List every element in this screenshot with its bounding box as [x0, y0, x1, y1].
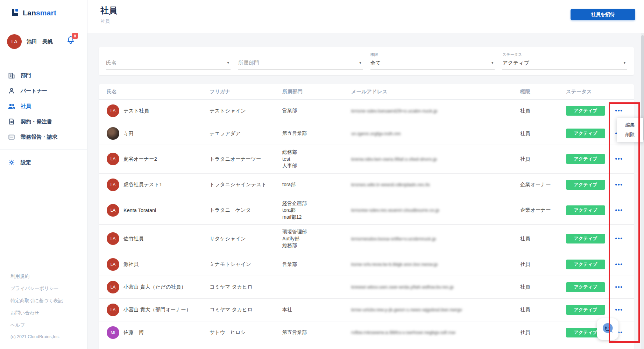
employee-name: 佐藤 博: [123, 329, 144, 336]
table-body: LA テスト社員 テストシャイン 営業部 krnsne-sdev.loesaer…: [99, 100, 634, 344]
employee-departments: [282, 283, 351, 291]
column-header-permission: 権限: [520, 88, 566, 95]
user-row: LA 池田 美帆 8: [0, 34, 87, 50]
row-avatar: MI: [107, 326, 119, 339]
employee-furigana: トラタニシャインテスト: [210, 181, 282, 188]
table-row: MI 佐藤 博 サトウ ヒロシ 第五営業部 rvfbw.rnkswwrw.a.9…: [99, 321, 634, 344]
row-avatar: LA: [107, 258, 119, 271]
row-avatar: LA: [107, 104, 119, 117]
employee-permission: 社員: [520, 108, 566, 114]
employee-permission: 社員: [520, 284, 566, 290]
building-icon: [8, 72, 15, 79]
table-row: LA Kenta Toratani トラタニ ケンタ 経営企画部 tora部 m…: [99, 196, 634, 225]
sidebar: Lansmart LA 池田 美帆 8 部門: [0, 0, 87, 349]
sidebar-item-departments[interactable]: 部門: [0, 68, 87, 83]
status-badge: アクティブ: [566, 260, 605, 269]
employee-departments: 営業部: [282, 103, 351, 118]
status-filter-label: ステータス: [502, 52, 522, 57]
row-avatar: LA: [107, 304, 119, 316]
footer-link-help[interactable]: ヘルプ: [10, 322, 63, 328]
department-filter-select[interactable]: 所属部門 ▼: [238, 47, 363, 75]
department-filter-placeholder: 所属部門: [238, 60, 363, 66]
notification-badge: 8: [72, 33, 78, 39]
sidebar-item-partners[interactable]: パートナー: [0, 83, 87, 99]
app-logo-text: Lansmart: [23, 9, 56, 17]
footer-link-legal[interactable]: 特定商取引に基づく表記: [10, 298, 63, 304]
employee-email-redacted: krnw-urlcbv.rew.y-jb.gwsrr.s.rwws-wjgsbs…: [351, 307, 520, 312]
column-header-email: メールアドレス: [351, 88, 520, 95]
employee-departments: 環境管理部 Autify部 総務部: [282, 225, 351, 253]
permission-filter-select[interactable]: 権限 全て ▼: [370, 47, 495, 75]
employee-departments: tora部: [282, 177, 351, 192]
table-row: LA 小宮山 貴大（部門オーナー） コミヤマ タカヒロ 本社 krnw-urlc…: [99, 299, 634, 321]
row-avatar: LA: [107, 179, 119, 191]
scrollbar[interactable]: [641, 33, 644, 349]
footer-link-terms[interactable]: 利用規約: [10, 273, 63, 279]
employee-email-redacted: krenw.sibv.lwn-owra.99af.o.sfwd-dnvro.jp: [351, 157, 520, 162]
row-avatar: LA: [107, 232, 119, 245]
row-actions-menu-button[interactable]: •••: [612, 181, 626, 188]
row-actions-menu-button[interactable]: •••: [612, 261, 626, 268]
row-actions-menu-button[interactable]: •••: [612, 155, 626, 162]
gear-icon: [8, 159, 15, 166]
employee-departments: 本社: [282, 303, 351, 317]
chevron-down-icon: ▼: [491, 61, 494, 65]
employee-furigana: コミヤマ タカヒロ: [210, 306, 282, 313]
table-row: LA 虎谷社員テスト1 トラタニシャインテスト tora部 krsnws.wlk…: [99, 174, 634, 196]
content-area: 氏名 ▼ 所属部門 ▼ 権限 全て ▼ ステータス アクティブ ▼: [87, 33, 644, 349]
context-menu-edit[interactable]: 編集: [617, 120, 643, 130]
sidebar-item-label: パートナー: [21, 88, 47, 94]
sidebar-footer: 利用規約 プライバシーポリシー 特定商取引に基づく表記 お問い合わせ ヘルプ (…: [10, 273, 63, 339]
breadcrumb[interactable]: 社員: [101, 18, 110, 24]
row-actions-menu-button[interactable]: •••: [612, 284, 626, 291]
sidebar-item-contracts[interactable]: 契約・発注書: [0, 114, 87, 129]
sidebar-item-employees[interactable]: 社員: [0, 99, 87, 114]
employee-permission: 社員: [520, 329, 566, 336]
row-avatar: LA: [107, 153, 119, 165]
row-actions-menu-button[interactable]: •••: [612, 207, 626, 214]
status-badge: アクティブ: [566, 282, 605, 292]
status-badge: アクティブ: [566, 129, 605, 138]
employee-furigana: テエラアダア: [210, 130, 282, 137]
page-title: 社員: [100, 5, 117, 16]
sidebar-item-label: 業務報告・請求: [21, 134, 57, 140]
employee-email-redacted: sn.igenn.srgfgv.nslh.nm: [351, 131, 520, 136]
context-menu-delete[interactable]: 削除: [617, 130, 643, 140]
footer-link-contact[interactable]: お問い合わせ: [10, 310, 63, 316]
employee-email-redacted: krnsrew-sdev.res.wuenrr.clsudbsurre.co.j…: [351, 208, 520, 213]
sidebar-item-label: 部門: [21, 72, 31, 79]
employee-permission: 企業オーナー: [520, 207, 566, 213]
filter-bar: 氏名 ▼ 所属部門 ▼ 権限 全て ▼ ステータス アクティブ ▼: [99, 47, 634, 75]
chevron-down-icon: ▼: [359, 61, 362, 65]
name-filter-select[interactable]: 氏名 ▼: [106, 47, 231, 75]
table-row: LA テスト社員 テストシャイン 営業部 krnsne-sdev.loesaer…: [99, 100, 634, 122]
footer-link-privacy[interactable]: プライバシーポリシー: [10, 285, 63, 292]
status-badge: アクティブ: [566, 154, 605, 164]
user-avatar[interactable]: LA: [7, 34, 22, 49]
row-actions-menu-button[interactable]: •••: [612, 107, 626, 114]
employee-name: 小宮山 貴大（ただの社員）: [123, 284, 186, 290]
employee-name: 寺田: [123, 130, 134, 137]
status-filter-select[interactable]: ステータス アクティブ ▼: [502, 47, 627, 75]
sidebar-item-settings[interactable]: 設定: [0, 155, 87, 170]
employee-name: Kenta Toratani: [123, 208, 156, 213]
lansmart-logo-icon: [10, 8, 20, 18]
table-row: 寺田 テエラアダア 第五営業部 sn.igenn.srgfgv.nslh.nm …: [99, 122, 634, 145]
status-badge: アクティブ: [566, 305, 605, 315]
sidebar-item-label: 契約・発注書: [21, 118, 52, 125]
permission-filter-label: 権限: [370, 52, 378, 57]
status-badge: アクティブ: [566, 180, 605, 190]
row-actions-menu-button[interactable]: •••: [612, 235, 626, 242]
chat-widget-button[interactable]: [597, 318, 618, 340]
status-badge: アクティブ: [566, 205, 605, 215]
table-row: LA 源社員 ミナモトシャイン 営業部 ksnw-srlv.revw.lw-b.…: [99, 253, 634, 276]
employee-email-redacted: krewwr.wbsv.uwn.swe-wrda.y9ah.wdfsw.bv.r…: [351, 284, 520, 290]
notifications-button[interactable]: 8: [67, 36, 75, 45]
row-actions-menu-button[interactable]: •••: [612, 306, 626, 313]
employee-permission: 社員: [520, 130, 566, 137]
sidebar-item-reports[interactable]: 業務報告・請求: [0, 129, 87, 145]
employee-furigana: テストシャイン: [210, 108, 282, 114]
app-logo[interactable]: Lansmart: [0, 0, 87, 18]
employee-departments: 総務部 test 人事部: [282, 145, 351, 173]
invite-employee-button[interactable]: 社員を招待: [571, 9, 635, 20]
